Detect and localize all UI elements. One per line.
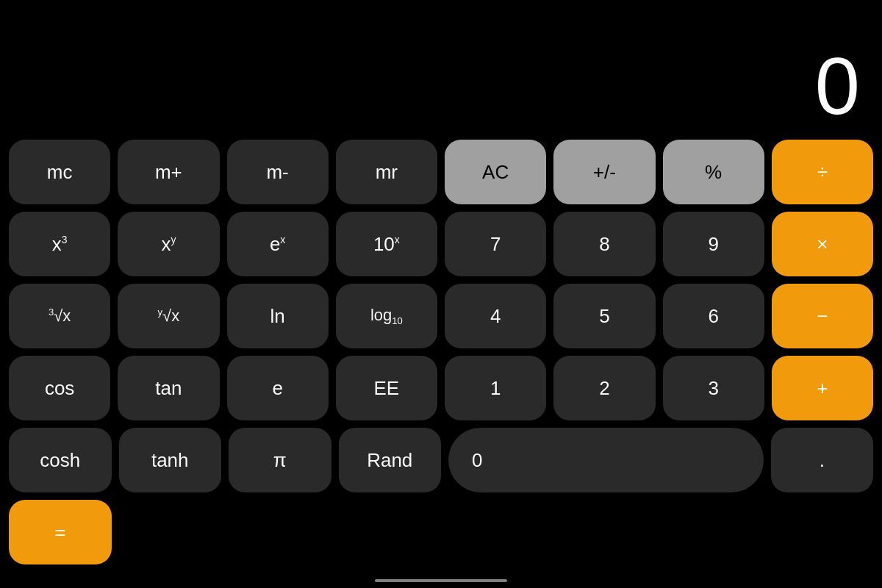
- display-area: 0: [0, 0, 882, 134]
- tanh-button[interactable]: tanh: [119, 428, 222, 492]
- divide-button[interactable]: ÷: [772, 140, 873, 204]
- row-2: x3 xy ex 10x 7 8 9 ×: [9, 212, 873, 276]
- home-indicator-bar: [375, 579, 507, 582]
- m-minus-button[interactable]: m-: [227, 140, 329, 204]
- 6-button[interactable]: 6: [663, 284, 764, 348]
- x3-button[interactable]: x3: [9, 212, 110, 276]
- e-button[interactable]: e: [227, 356, 329, 420]
- row-3: 3√x y√x ln log10 4 5 6 −: [9, 284, 873, 348]
- plus-minus-button[interactable]: +/-: [553, 140, 655, 204]
- row-5: cosh tanh π Rand 0 . =: [9, 428, 873, 564]
- home-indicator: [0, 579, 882, 588]
- 2-button[interactable]: 2: [553, 356, 655, 420]
- m-plus-button[interactable]: m+: [118, 140, 219, 204]
- ln-button[interactable]: ln: [227, 284, 329, 348]
- 4-button[interactable]: 4: [445, 284, 546, 348]
- mr-button[interactable]: mr: [336, 140, 437, 204]
- row-1: mc m+ m- mr AC +/- % ÷: [9, 140, 873, 204]
- minus-button[interactable]: −: [772, 284, 873, 348]
- calculator-grid: mc m+ m- mr AC +/- % ÷ x3 xy ex 10x 7 8 …: [0, 134, 882, 579]
- 7-button[interactable]: 7: [445, 212, 546, 276]
- dot-button[interactable]: .: [771, 428, 874, 492]
- tan-button[interactable]: tan: [118, 356, 219, 420]
- percent-button[interactable]: %: [663, 140, 764, 204]
- yrt-button[interactable]: y√x: [118, 284, 219, 348]
- cosh-button[interactable]: cosh: [9, 428, 112, 492]
- 8-button[interactable]: 8: [553, 212, 655, 276]
- rand-button[interactable]: Rand: [339, 428, 442, 492]
- 3-button[interactable]: 3: [663, 356, 764, 420]
- cbrt-button[interactable]: 3√x: [9, 284, 110, 348]
- 5-button[interactable]: 5: [553, 284, 655, 348]
- pi-button[interactable]: π: [229, 428, 331, 492]
- equals-button[interactable]: =: [9, 500, 112, 564]
- mc-button[interactable]: mc: [9, 140, 110, 204]
- log10-button[interactable]: log10: [336, 284, 437, 348]
- plus-button[interactable]: +: [772, 356, 873, 420]
- xy-button[interactable]: xy: [118, 212, 219, 276]
- ex-button[interactable]: ex: [227, 212, 329, 276]
- 9-button[interactable]: 9: [663, 212, 764, 276]
- multiply-button[interactable]: ×: [772, 212, 873, 276]
- 0-button[interactable]: 0: [448, 428, 764, 492]
- display-value: 0: [815, 46, 860, 126]
- 1-button[interactable]: 1: [445, 356, 546, 420]
- ee-button[interactable]: EE: [336, 356, 437, 420]
- row-4: cos tan e EE 1 2 3 +: [9, 356, 873, 420]
- ac-button[interactable]: AC: [445, 140, 546, 204]
- cos-button[interactable]: cos: [9, 356, 110, 420]
- 10x-button[interactable]: 10x: [336, 212, 437, 276]
